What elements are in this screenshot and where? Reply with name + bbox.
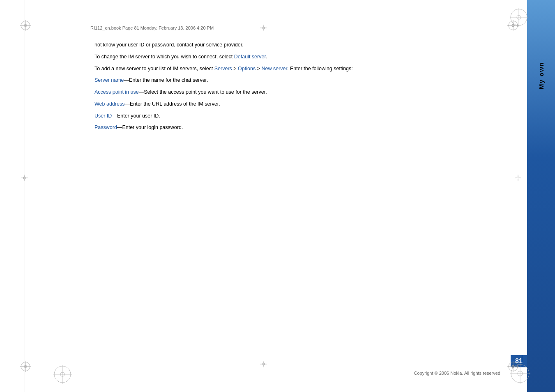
rule-top	[25, 31, 522, 31]
paragraph-3-sep1: >	[232, 66, 238, 71]
header-bar: RI112_en.book Page 81 Monday, February 1…	[90, 25, 514, 31]
rule-bottom	[25, 361, 522, 361]
term-2: Access point in use—Select the access po…	[94, 88, 502, 96]
paragraph-3-prefix: To add a new server to your list of IM s…	[94, 66, 214, 71]
paragraph-3-suffix: . Enter the following settings:	[287, 66, 353, 71]
outer-reg-br	[510, 363, 530, 384]
header-info: RI112_en.book Page 81 Monday, February 1…	[90, 25, 214, 30]
term-1-desc: Enter the name for the chat server.	[129, 77, 208, 83]
copyright: Copyright © 2006 Nokia. All rights reser…	[414, 371, 502, 376]
options-link: Options	[238, 66, 256, 71]
term-3-label: Web address	[94, 101, 124, 107]
term-2-dash: —	[139, 89, 144, 95]
term-3-desc: Enter the URL address of the IM server.	[130, 101, 220, 107]
term-5-dash: —	[117, 125, 122, 130]
term-4-label: User ID	[94, 113, 112, 119]
term-5-desc: Enter your login password.	[122, 125, 183, 130]
cross-bottom-center	[260, 361, 267, 367]
rule-right-outer	[522, 0, 522, 392]
sidebar-label: My own	[538, 62, 545, 89]
servers-link: Servers	[214, 66, 232, 71]
term-4: User ID—Enter your user ID.	[94, 112, 502, 120]
term-4-dash: —	[112, 113, 117, 119]
cross-right-mid	[515, 175, 521, 181]
term-1: Server name—Enter the name for the chat …	[94, 76, 502, 84]
term-1-dash: —	[124, 77, 129, 83]
paragraph-2-prefix: To change the IM server to which you wis…	[94, 54, 234, 60]
default-server-link: Default server	[234, 54, 266, 60]
paragraph-1-text: not know your user ID or password, conta…	[94, 42, 244, 48]
text-area: not know your user ID or password, conta…	[94, 41, 502, 136]
outer-reg-bl	[53, 365, 72, 384]
term-4-desc: Enter your user ID.	[117, 113, 160, 119]
term-2-label: Access point in use	[94, 89, 139, 95]
term-2-desc: Select the access point you want to use …	[144, 89, 267, 95]
rule-left-outer	[25, 0, 25, 392]
paragraph-3: To add a new server to your list of IM s…	[94, 65, 502, 73]
term-5: Password—Enter your login password.	[94, 124, 502, 131]
term-3: Web address—Enter the URL address of the…	[94, 100, 502, 108]
paragraph-2-suffix: .	[266, 54, 267, 60]
reg-mark-bl	[20, 361, 31, 372]
sidebar-text-container: My own	[527, 0, 555, 392]
paragraph-3-sep2: >	[256, 66, 261, 71]
term-3-dash: —	[124, 101, 130, 107]
cross-left-mid	[21, 175, 28, 181]
reg-mark-tl	[20, 20, 31, 31]
term-1-label: Server name	[94, 77, 124, 83]
outer-reg-tr	[510, 8, 528, 27]
term-5-label: Password	[94, 125, 117, 130]
paragraph-2: To change the IM server to which you wis…	[94, 53, 502, 61]
paragraph-1: not know your user ID or password, conta…	[94, 41, 502, 49]
new-server-link: New server	[261, 66, 287, 71]
